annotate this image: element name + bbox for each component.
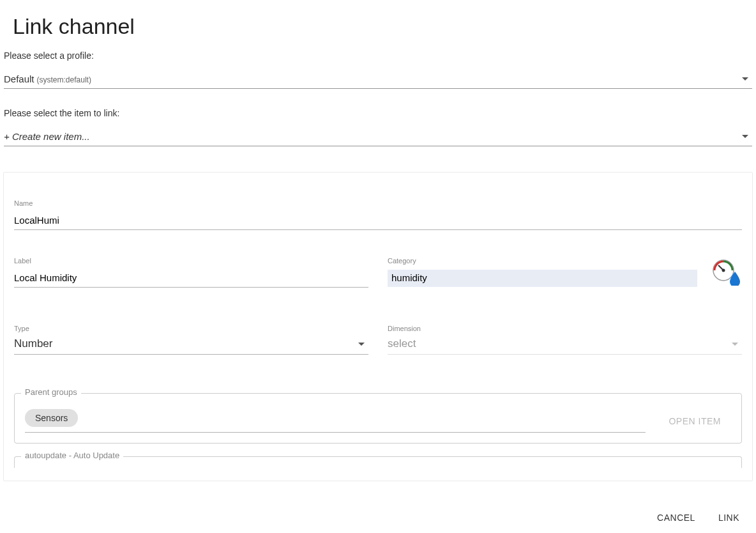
label-field-container: Label [14, 257, 368, 288]
name-input[interactable] [14, 212, 742, 230]
link-channel-dialog: Link channel Please select a profile: De… [0, 0, 756, 481]
dimension-select[interactable]: select [388, 337, 742, 355]
type-field-container: Type Number [14, 325, 368, 355]
dimension-placeholder: select [388, 337, 416, 350]
item-instruction: Please select the item to link: [0, 103, 756, 123]
name-label: Name [14, 199, 742, 207]
type-select[interactable]: Number [14, 337, 368, 355]
chevron-down-icon [358, 343, 365, 346]
parent-groups-legend: Parent groups [21, 387, 81, 397]
chevron-down-icon [732, 343, 738, 346]
cancel-button[interactable]: CANCEL [654, 509, 698, 527]
profile-select-value: Default (system:default) [4, 73, 91, 84]
link-button[interactable]: LINK [716, 509, 742, 527]
item-select-value: + Create new item... [4, 131, 90, 142]
label-input[interactable] [14, 270, 368, 288]
autoupdate-fieldset: autoupdate - Auto Update [14, 456, 742, 468]
parent-groups-input[interactable]: Sensors [25, 409, 646, 433]
dimension-field-container: Dimension select [388, 325, 742, 355]
profile-sublabel: (system:default) [37, 75, 91, 84]
type-value: Number [14, 337, 52, 350]
dimension-label: Dimension [388, 325, 742, 332]
label-label: Label [14, 257, 368, 265]
profile-label: Default [4, 73, 34, 84]
chevron-down-icon [742, 77, 748, 81]
new-item-form: Name Label Category [3, 172, 753, 481]
open-item-button[interactable]: OPEN ITEM [658, 411, 731, 431]
humidity-icon [710, 256, 742, 288]
parent-group-chip[interactable]: Sensors [25, 409, 78, 427]
dialog-actions: CANCEL LINK [0, 501, 756, 533]
type-label: Type [14, 325, 368, 332]
name-field-container: Name [14, 199, 742, 230]
chevron-down-icon [742, 135, 748, 138]
category-label: Category [388, 257, 697, 265]
parent-groups-fieldset: Parent groups Sensors OPEN ITEM [14, 393, 742, 444]
dialog-title: Link channel [0, 0, 756, 45]
item-select[interactable]: + Create new item... [4, 131, 752, 146]
category-input[interactable] [388, 270, 697, 287]
svg-point-2 [722, 269, 725, 272]
profile-instruction: Please select a profile: [0, 45, 756, 66]
autoupdate-legend: autoupdate - Auto Update [21, 451, 123, 460]
profile-select[interactable]: Default (system:default) [4, 73, 752, 89]
category-field-container: Category [388, 256, 742, 288]
